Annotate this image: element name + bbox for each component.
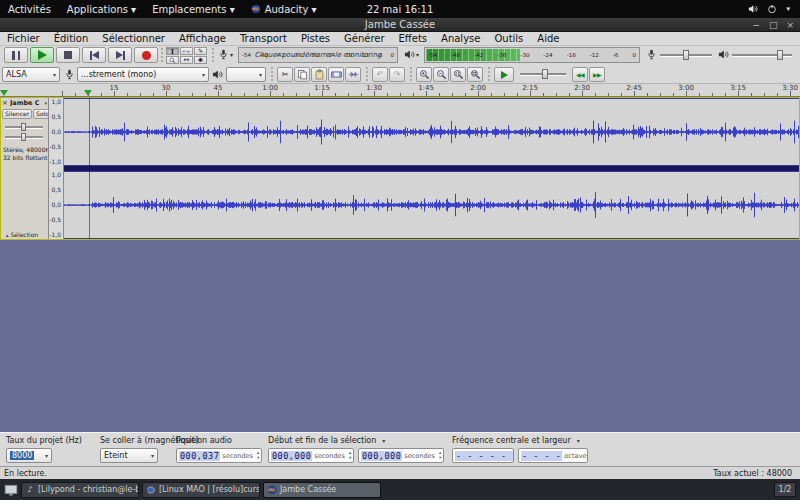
input-volume-slider[interactable]: [660, 50, 712, 60]
pan-slider[interactable]: [5, 133, 43, 141]
window-title-bar[interactable]: Jambe Cassée − □ ×: [0, 18, 800, 32]
record-meter-dropdown[interactable]: ▾: [230, 51, 233, 58]
audio-track[interactable]: × Jambe Cas ▾ Silencer Solo Stéréo, 4800…: [0, 97, 800, 240]
slider-thumb[interactable]: [683, 50, 689, 60]
record-meter-mic-icon[interactable]: [218, 49, 229, 60]
skip-to-end-button[interactable]: [108, 47, 132, 63]
activities-button[interactable]: Activités: [8, 4, 51, 15]
waveform-channel-right[interactable]: [64, 171, 799, 239]
menu-aide[interactable]: Aide: [530, 33, 566, 44]
play-speed-slider[interactable]: [520, 69, 566, 79]
cut-button[interactable]: ✂: [277, 67, 293, 82]
track-collapse-button[interactable]: ▴Sélection: [3, 231, 38, 238]
zoom-fit-button[interactable]: [467, 67, 483, 82]
zoom-out-button[interactable]: [433, 67, 449, 82]
menu-outils[interactable]: Outils: [487, 33, 530, 44]
record-meter[interactable]: -54-48-42-36-30-24-18-12-60 Cliquer pour…: [238, 47, 398, 63]
workspace-pager[interactable]: 1/2: [774, 482, 796, 497]
show-desktop-button[interactable]: [4, 483, 18, 497]
bandwidth-field[interactable]: - - - - octaves: [518, 448, 588, 463]
menu-affichage[interactable]: Affichage: [172, 33, 233, 44]
applications-menu[interactable]: Applications ▾: [67, 4, 136, 15]
redo-button[interactable]: ↷: [389, 67, 405, 82]
selection-range-label[interactable]: Début et fin de la sélection▾: [268, 436, 385, 445]
gain-slider[interactable]: [5, 123, 43, 131]
play-meter-speaker-icon[interactable]: [404, 49, 415, 60]
menu-selectionner[interactable]: Sélectionner: [95, 33, 172, 44]
output-volume-slider[interactable]: [732, 50, 792, 60]
audio-host-select[interactable]: ALSA▾: [2, 67, 60, 82]
seek-back-button[interactable]: ◀◀: [572, 67, 588, 82]
selection-end-field[interactable]: 000,000 secondes ▴▾: [358, 448, 444, 463]
copy-icon: [297, 69, 308, 80]
menu-transport[interactable]: Transport: [233, 33, 294, 44]
copy-button[interactable]: [294, 67, 310, 82]
audacity-app-menu[interactable]: Audacity ▾: [251, 4, 317, 15]
slider-thumb[interactable]: [21, 123, 26, 131]
play-at-speed-button[interactable]: [494, 67, 514, 82]
output-device-select[interactable]: ▾: [226, 67, 266, 82]
skip-to-start-button[interactable]: [82, 47, 106, 63]
menu-effets[interactable]: Effets: [392, 33, 435, 44]
trim-button[interactable]: [328, 67, 344, 82]
zoom-selection-button[interactable]: [450, 67, 466, 82]
taskbar-window[interactable]: ♪[Lilypond - christian@le-bars.net ...: [21, 482, 139, 498]
menu-generer[interactable]: Générer: [337, 33, 392, 44]
taskbar-window-active[interactable]: Jambe Cassée: [263, 482, 381, 498]
pause-button[interactable]: [4, 47, 28, 63]
ruler-tick: [712, 93, 713, 96]
track-menu-chevron-icon[interactable]: ▾: [41, 100, 47, 106]
slider-thumb[interactable]: [777, 50, 783, 60]
volume-status-icon[interactable]: [748, 4, 758, 14]
silence-button[interactable]: [345, 67, 361, 82]
taskbar-window[interactable]: [Linux MAO | [résolu]curseur figé ...: [142, 482, 260, 498]
frequency-label[interactable]: Fréquence centrale et largeur▾: [452, 436, 580, 445]
selection-tool-button[interactable]: I: [166, 47, 179, 55]
spin-arrows[interactable]: ▴▾: [349, 451, 351, 460]
menu-pistes[interactable]: Pistes: [294, 33, 337, 44]
paste-button[interactable]: [311, 67, 327, 82]
seek-forward-button[interactable]: ▶▶: [589, 67, 605, 82]
slider-thumb[interactable]: [542, 69, 548, 79]
selection-start-field[interactable]: 000,000 secondes ▴▾: [268, 448, 354, 463]
multi-tool-button[interactable]: ✱: [194, 56, 207, 64]
solo-button[interactable]: Solo: [33, 109, 49, 119]
record-button[interactable]: [134, 47, 158, 63]
mute-button[interactable]: Silencer: [2, 109, 32, 119]
audio-position-field[interactable]: 000,037 secondes ▴▾: [176, 448, 262, 463]
playback-meter[interactable]: -54-48-42-36-30-24-18-12-60: [424, 47, 640, 63]
vertical-scale-ruler[interactable]: 1,00,50,0-0,5-1,01,00,50,0-0,5-1,0: [49, 98, 64, 239]
power-status-icon[interactable]: [767, 4, 777, 14]
minimize-button[interactable]: −: [752, 20, 760, 30]
envelope-tool-button[interactable]: [180, 47, 193, 55]
play-button[interactable]: [30, 47, 54, 63]
project-rate-select[interactable]: 8000▾: [6, 448, 52, 463]
menu-fichier[interactable]: Fichier: [0, 33, 47, 44]
menu-analyse[interactable]: Analyse: [434, 33, 487, 44]
zoom-tool-button[interactable]: [166, 56, 179, 64]
frequency-field[interactable]: - - - - - - Hz: [452, 448, 514, 463]
undo-button[interactable]: ↶: [372, 67, 388, 82]
timeline-ruler[interactable]: 1530451:001:151:301:452:002:152:302:453:…: [0, 84, 800, 97]
track-name[interactable]: Jambe Cas: [10, 99, 40, 107]
clock[interactable]: 22 mai 16:11: [367, 0, 434, 18]
play-meter-dropdown[interactable]: ▾: [416, 51, 419, 58]
menu-edition[interactable]: Édition: [47, 33, 96, 44]
snap-select[interactable]: Éteint▾: [100, 448, 158, 463]
track-close-button[interactable]: ×: [2, 100, 8, 106]
timeshift-tool-button[interactable]: ↔: [180, 56, 193, 64]
waveform-channel-left[interactable]: [64, 98, 799, 166]
input-device-select[interactable]: ...strement (mono)▾: [77, 67, 209, 82]
waveform-area[interactable]: [64, 98, 799, 239]
spin-arrows[interactable]: ▴▾: [439, 451, 441, 460]
maximize-button[interactable]: □: [769, 20, 778, 30]
places-menu[interactable]: Emplacements ▾: [152, 4, 235, 15]
spin-arrows[interactable]: ▴▾: [257, 451, 259, 460]
play-start-marker[interactable]: [0, 90, 8, 96]
chevron-down-icon[interactable]: ▾: [786, 5, 790, 13]
close-button[interactable]: ×: [786, 20, 794, 30]
slider-thumb[interactable]: [21, 133, 26, 141]
zoom-in-button[interactable]: [416, 67, 432, 82]
draw-tool-button[interactable]: ✎: [194, 47, 207, 55]
stop-button[interactable]: [56, 47, 80, 63]
